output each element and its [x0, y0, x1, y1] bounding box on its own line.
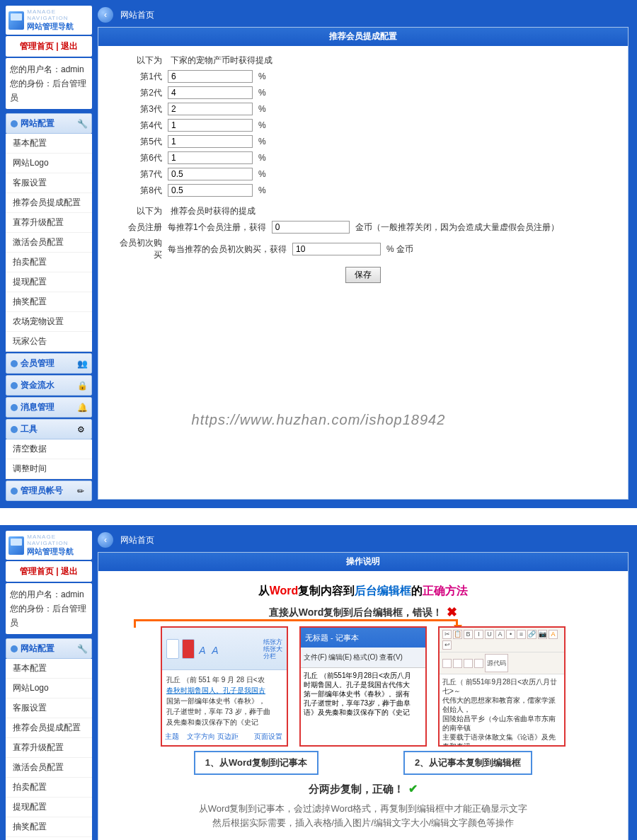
monitor-icon [8, 536, 24, 555]
sidebar-item[interactable]: 清空数据 [6, 439, 92, 459]
sidebar-item[interactable]: 玩家公告 [6, 332, 92, 352]
user-info: 您的用户名：admin 您的身份：后台管理员 [6, 58, 92, 109]
instruction-heading: 从Word复制内容到后台编辑框的正确方法 [127, 582, 599, 599]
gen-1-input[interactable] [168, 70, 253, 83]
nav-top: 管理首页 | 退出 [6, 561, 92, 582]
panel-title: 推荐会员提成配置 [98, 28, 628, 46]
reg-reward-input[interactable] [272, 221, 350, 234]
correct-method-label: 分两步复制，正确！✔ [127, 781, 599, 798]
menu-member[interactable]: 会员管理👥 [6, 353, 92, 374]
lock-icon: 🔒 [77, 381, 87, 391]
sidebar-item[interactable]: 推荐会员提成配置 [6, 718, 92, 738]
sidebar-item[interactable]: 提现配置 [6, 798, 92, 817]
menu-tools[interactable]: 工具⚙ [6, 419, 92, 439]
nav-home-link[interactable]: 管理首页 [20, 41, 54, 51]
panel-title: 操作说明 [98, 553, 628, 571]
sidebar-item[interactable]: 客服设置 [6, 173, 92, 193]
x-icon: ✖ [447, 604, 457, 621]
menu-news[interactable]: 消息管理🔔 [6, 397, 92, 418]
sidebar-item[interactable]: 调整时间 [6, 459, 92, 479]
sidebar-item[interactable]: 直荐升级配置 [6, 213, 92, 233]
word-preview: AA 纸张方纸张大分栏 主题 文字方向 页边距 页面设置 孔丘 （前 551 年… [161, 626, 288, 747]
breadcrumb[interactable]: 网站首页 [120, 9, 154, 21]
bell-icon: 🔔 [77, 403, 87, 413]
breadcrumb[interactable]: 网站首页 [120, 534, 154, 546]
menu-admin[interactable]: 管理员帐号✏ [6, 481, 92, 501]
screenshot-top: MANAGE NAVIGATION网站管理导航 管理首页 | 退出 您的用户名：… [0, 0, 637, 508]
editor-preview: ✂📋BIUA•≡🔗📷A↩ 源代码 孔丘（ 前551年9月28日<农历八月廿七>～… [438, 626, 566, 747]
monitor-icon [8, 11, 24, 30]
nav-logout-link[interactable]: 退出 [61, 566, 78, 576]
instruction-note: 从Word复制到记事本，会过滤掉Word格式，再复制到编辑框中才能正确显示文字 … [127, 802, 599, 830]
step-1-label: 1、从Word复制到记事本 [194, 751, 318, 775]
gen-6-input[interactable] [168, 151, 253, 164]
wrench-icon: 🔧 [77, 119, 87, 129]
check-icon: ✔ [408, 781, 418, 798]
menu-money[interactable]: 资金流水🔒 [6, 375, 92, 396]
sidebar-item[interactable]: 客服设置 [6, 698, 92, 718]
logo: MANAGE NAVIGATION网站管理导航 [6, 6, 92, 35]
gen-8-input[interactable] [168, 184, 253, 197]
sidebar-item[interactable]: 拍卖配置 [6, 253, 92, 272]
nav-top: 管理首页 | 退出 [6, 36, 92, 57]
back-button[interactable]: ‹ [98, 7, 113, 23]
nav-logout-link[interactable]: 退出 [61, 41, 78, 51]
topbar: ‹ 网站首页 [98, 3, 629, 27]
notepad-preview: 无标题 - 记事本 文件(F)编辑(E)格式(O)查看(V) 孔丘 （前551年… [299, 626, 427, 747]
save-button[interactable]: 保存 [345, 267, 381, 283]
menu-site-config[interactable]: 网站配置 🔧 [6, 113, 92, 134]
sidebar-item[interactable]: 激活会员配置 [6, 758, 92, 778]
screenshot-bottom: MANAGE NAVIGATION网站管理导航 管理首页 | 退出 您的用户名：… [0, 525, 637, 840]
topbar: ‹ 网站首页 [98, 528, 629, 552]
sidebar-item[interactable]: 直荐升级配置 [6, 738, 92, 758]
flow-diagram: AA 纸张方纸张大分栏 主题 文字方向 页边距 页面设置 孔丘 （前 551 年… [127, 626, 599, 747]
step-2-label: 2、从记事本复制到编辑框 [403, 751, 532, 775]
sidebar-item[interactable]: 抽奖配置 [6, 817, 92, 837]
sidebar-item[interactable]: 激活会员配置 [6, 233, 92, 253]
gen-5-input[interactable] [168, 135, 253, 148]
wrench-icon: 🔧 [77, 644, 87, 654]
sidebar-item[interactable]: 拍卖配置 [6, 778, 92, 798]
gen-3-input[interactable] [168, 103, 253, 115]
sidebar-item[interactable]: 网站Logo [6, 154, 92, 173]
gen-2-input[interactable] [168, 86, 253, 99]
buy-reward-input[interactable] [292, 243, 381, 255]
sidebar-item[interactable]: 农场宠物设置 [6, 837, 92, 840]
sidebar-item[interactable]: 基本配置 [6, 134, 92, 154]
wrong-method-label: 直接从Word复制到后台编辑框，错误！✖ [127, 604, 599, 621]
sidebar-item[interactable]: 基本配置 [6, 659, 92, 679]
back-button[interactable]: ‹ [98, 532, 113, 548]
gear-icon: ⚙ [77, 425, 87, 435]
sidebar-item[interactable]: 农场宠物设置 [6, 312, 92, 332]
sidebar-item[interactable]: 抽奖配置 [6, 292, 92, 312]
sidebar-item[interactable]: 推荐会员提成配置 [6, 193, 92, 213]
users-icon: 👥 [77, 359, 87, 369]
logo: MANAGE NAVIGATION网站管理导航 [6, 531, 92, 560]
sidebar-item[interactable]: 网站Logo [6, 679, 92, 698]
nav-home-link[interactable]: 管理首页 [20, 566, 54, 576]
menu-site-config[interactable]: 网站配置🔧 [6, 638, 92, 659]
sidebar-2: MANAGE NAVIGATION网站管理导航 管理首页 | 退出 您的用户名：… [3, 528, 95, 840]
user-info: 您的用户名：admin 您的身份：后台管理员 [6, 583, 92, 634]
sidebar: MANAGE NAVIGATION网站管理导航 管理首页 | 退出 您的用户名：… [3, 3, 95, 505]
sidebar-item[interactable]: 提现配置 [6, 272, 92, 292]
pencil-icon: ✏ [77, 486, 87, 496]
gen-7-input[interactable] [168, 168, 253, 180]
gen-4-input[interactable] [168, 119, 253, 132]
